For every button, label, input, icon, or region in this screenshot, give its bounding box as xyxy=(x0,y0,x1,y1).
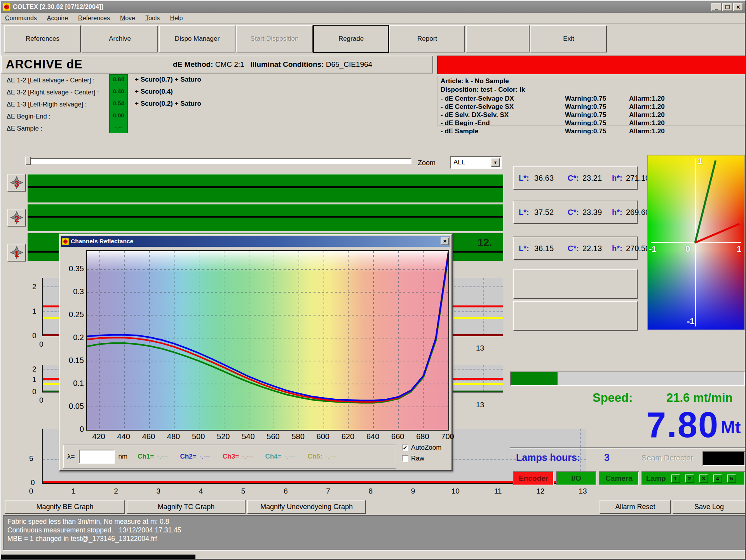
channel-1-button[interactable]: 1 xyxy=(7,244,26,262)
autozoom-row: ✔ AutoZoom xyxy=(402,444,441,452)
x-tick: 3 xyxy=(153,487,164,495)
chart-y-axis: 0.350.30.250.20.150.10.050 xyxy=(63,250,84,431)
zoom-dropdown-value: ALL xyxy=(453,159,491,166)
dialog-close-icon[interactable]: ✕ xyxy=(441,237,449,245)
y-tick: 1 xyxy=(32,375,37,384)
alarm-name: - dE Sample xyxy=(441,127,565,135)
report-button[interactable]: Report xyxy=(389,25,465,52)
delta-note: + Scuro(0.7) + Saturo xyxy=(135,76,201,84)
quadrant-bottom-label: -1 xyxy=(687,316,695,326)
chart-y-tick: 0.05 xyxy=(69,402,84,411)
exit-button[interactable]: Exit xyxy=(530,25,607,52)
menu-tools[interactable]: Tools xyxy=(145,15,160,22)
autozoom-checkbox[interactable]: ✔ xyxy=(402,445,408,451)
channel-3-button[interactable]: 3 xyxy=(7,174,26,192)
dialog-title-bar[interactable]: Channels Reflectance ✕ xyxy=(61,236,450,247)
empty-readout-box xyxy=(513,301,638,331)
alarm-limit: Allarm:1.20 xyxy=(629,103,665,111)
close-button[interactable]: ✕ xyxy=(733,3,743,11)
fabric-bar-3 xyxy=(28,174,503,202)
zoom-slider-thumb[interactable] xyxy=(25,157,31,165)
application-window: COLTEX [2.30.02 [07/12/2004]] _ ❐ ✕ Comm… xyxy=(0,0,746,560)
status-message-panel: Fabric speed less than 3m/min, No measur… xyxy=(3,515,746,551)
lamps-hours-value: 3 xyxy=(604,452,610,463)
x-tick: 1 xyxy=(68,487,79,495)
y-tick: 0 xyxy=(32,331,37,340)
camera-indicator: Camera xyxy=(599,471,639,485)
method-line: dE Method: CMC 2:1 Illuminat Conditions:… xyxy=(173,60,372,69)
delta-value: 0.00 xyxy=(109,112,128,119)
x-tick: 13 xyxy=(476,401,484,409)
channels-reflectance-dialog: Channels Reflectance ✕ 0.350.30.250.20.1… xyxy=(59,234,453,471)
magnify-be-graph-button[interactable]: Magnify BE Graph xyxy=(5,500,125,514)
ch2-readout: Ch2=-.--- xyxy=(180,453,210,461)
seam-detector-label: Seam Detector xyxy=(641,454,693,462)
zoom-label: Zoom xyxy=(418,159,436,167)
raw-row: Raw xyxy=(402,455,424,462)
autozoom-label: AutoZoom xyxy=(411,444,441,452)
dispo-manager-button[interactable]: Dispo Manager xyxy=(159,25,235,52)
alarm-limit: Allarm:1.20 xyxy=(629,111,665,119)
c-value: 22.13 xyxy=(582,244,602,253)
chart-y-tick: 0.1 xyxy=(73,379,84,388)
x-tick: 11 xyxy=(492,487,504,495)
chart-y-tick: 0 xyxy=(80,425,84,434)
x-tick: 7 xyxy=(322,487,334,495)
io-indicator: I/O xyxy=(556,471,596,485)
quadrant-right-label: 1 xyxy=(737,244,741,254)
title-bar[interactable]: COLTEX [2.30.02 [07/12/2004]] _ ❐ ✕ xyxy=(1,1,745,13)
sample-hue-line xyxy=(695,223,740,244)
allarm-reset-button[interactable]: Allarm Reset xyxy=(600,500,671,514)
status-line: MBE = 1 changed in test@_173146_13122004… xyxy=(7,534,741,543)
meters-value: 7.80 xyxy=(646,405,719,445)
menu-help[interactable]: Help xyxy=(170,15,183,22)
maximize-button[interactable]: ❐ xyxy=(722,3,732,11)
lamp-5-tile: 5 xyxy=(727,475,736,482)
progress-bar xyxy=(510,372,745,386)
chart-x-tick: 680 xyxy=(414,432,431,441)
chart-x-axis: 4204404604805005205405605806006206406606… xyxy=(86,432,449,442)
archive-button[interactable]: Archive xyxy=(82,25,158,52)
zoom-slider[interactable] xyxy=(25,158,411,164)
quadrant-left-label: -1 xyxy=(649,244,657,254)
regrade-button[interactable]: Regrade xyxy=(314,25,389,52)
alarm-name: - dE Center-Selvage SX xyxy=(441,103,565,111)
chevron-down-icon[interactable]: ▼ xyxy=(491,158,500,167)
c-value: 23.39 xyxy=(582,208,602,217)
method-label: dE Method: xyxy=(173,60,213,68)
menu-commands[interactable]: Commands xyxy=(5,15,37,22)
menu-acquire[interactable]: Acquire xyxy=(47,15,68,22)
x-tick: 8 xyxy=(365,487,376,495)
lambda-input[interactable] xyxy=(79,450,115,464)
alarm-row: - dE Begin -EndWarning:0.75Allarm:1.20 xyxy=(441,119,745,127)
chart-x-tick: 440 xyxy=(115,432,132,441)
chart-x-tick: 560 xyxy=(265,432,282,441)
minimize-button[interactable]: _ xyxy=(711,3,722,11)
menu-move[interactable]: Move xyxy=(120,15,135,22)
chart-x-tick: 580 xyxy=(289,432,307,441)
references-button[interactable]: References xyxy=(4,25,81,52)
app-icon xyxy=(3,3,10,11)
delta-value: -.-- xyxy=(109,124,128,131)
alarm-limit: Allarm:1.20 xyxy=(629,94,665,103)
empty-toolbar-slot xyxy=(466,25,530,52)
chart-x-tick: 460 xyxy=(140,432,157,441)
raw-checkbox[interactable] xyxy=(402,455,408,462)
alarm-warning: Warning:0.75 xyxy=(565,127,629,135)
zoom-dropdown[interactable]: ALL ▼ xyxy=(450,156,502,169)
quadrant-origin-label: 0 xyxy=(685,244,690,254)
chart-y-tick: 0.3 xyxy=(73,287,84,296)
h-value: 269.60 xyxy=(626,208,650,217)
fabric-bar-2 xyxy=(28,204,503,231)
trend-data-line xyxy=(43,481,586,483)
alarm-banner xyxy=(437,56,746,74)
save-log-button[interactable]: Save Log xyxy=(673,500,746,514)
delta-value: 0.54 xyxy=(109,100,128,106)
magnify-tc-graph-button[interactable]: Magnify TC Graph xyxy=(127,500,246,514)
channel-2-button[interactable]: 2 xyxy=(7,209,26,227)
magnify-unevendyeing-graph-button[interactable]: Magnify Unevendyeing Graph xyxy=(247,500,366,514)
reflectance-curves xyxy=(87,251,448,430)
menu-references[interactable]: References xyxy=(78,15,110,22)
archive-header: ARCHIVE dE dE Method: CMC 2:1 Illuminat … xyxy=(1,56,433,73)
seam-detector-indicator xyxy=(702,451,745,466)
